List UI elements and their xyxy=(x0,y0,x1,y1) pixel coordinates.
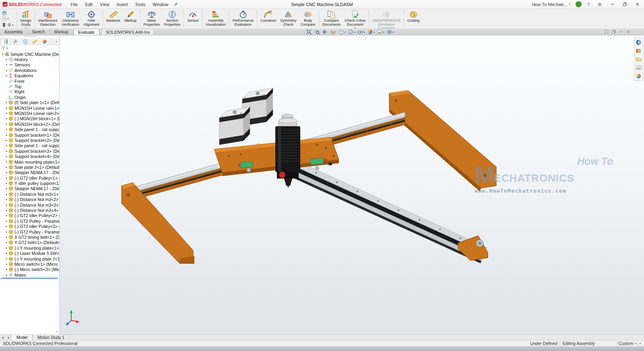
previous-view-button[interactable] xyxy=(321,29,329,35)
tool-curvature[interactable]: Curvature xyxy=(258,9,279,29)
tree-item[interactable]: ▸(-) Distance Nut m3<1> (Default<<I xyxy=(0,191,59,197)
tool-section-properties[interactable]: SectionProperties xyxy=(162,9,182,29)
expand-arrow-icon[interactable]: ▸ xyxy=(5,230,8,234)
expand-arrow-icon[interactable]: ▸ xyxy=(5,220,8,223)
tool-interference-detection[interactable]: InterferenceDetection xyxy=(36,9,60,29)
tab-sketch[interactable]: Sketch xyxy=(28,29,50,35)
expand-arrow-icon[interactable]: ▸ xyxy=(5,236,8,239)
expand-arrow-icon[interactable]: ▸ xyxy=(5,246,8,250)
tree-item[interactable]: ▸Support bracket<4> (Default<<Defa xyxy=(0,154,59,159)
tree-item[interactable]: ▸(-) Laser Module 5.5W<1> (Default< xyxy=(0,250,59,256)
menu-insert[interactable]: Insert xyxy=(113,2,132,7)
expand-arrow-icon[interactable]: ▸ xyxy=(5,209,8,212)
tab-evaluate[interactable]: Evaluate xyxy=(73,29,99,35)
tree-item[interactable]: ▸(-) Distance Nut m3<3> (Default<<I xyxy=(0,202,59,207)
expand-arrow-icon[interactable]: ▸ xyxy=(5,101,8,104)
expand-arrow-icon[interactable]: ▾ xyxy=(1,53,4,56)
expand-arrow-icon[interactable]: ▸ xyxy=(5,160,8,164)
doctab-model[interactable]: Model xyxy=(11,335,33,340)
tool-mass-properties[interactable]: MassProperties xyxy=(141,9,162,29)
expand-arrow-icon[interactable]: ▸ xyxy=(5,128,8,131)
collapse-up-icon[interactable]: ▾ xyxy=(640,342,641,345)
appearances-tab[interactable] xyxy=(635,73,642,79)
settings-button[interactable] xyxy=(7,23,12,27)
idler-pulley[interactable] xyxy=(247,168,251,172)
expand-arrow-icon[interactable]: ▸ xyxy=(5,257,8,261)
expand-arrow-icon[interactable]: ▸ xyxy=(5,263,8,266)
graphics-viewport[interactable]: How To MECHATRONICS www.HowToMechatronic… xyxy=(60,35,644,335)
tree-item[interactable]: ▸Side panel 1 - rail support<1> (Defa xyxy=(0,127,59,132)
tree-item[interactable]: ▸Micro switch<1> (Micro switch<<D xyxy=(0,261,59,267)
expand-arrow-icon[interactable]: ▸ xyxy=(5,58,8,61)
edit-appearance-button[interactable]: ▾ xyxy=(366,29,376,35)
left-side-plate[interactable] xyxy=(122,183,194,264)
caret-down-icon[interactable]: ▾ xyxy=(6,47,8,49)
tree-item[interactable]: ▸Y idler pulley support<1> (Default< xyxy=(0,181,59,186)
zoom-to-area-button[interactable] xyxy=(313,29,321,35)
filter-funnel-icon[interactable] xyxy=(1,46,6,50)
expand-arrow-icon[interactable]: ▸ xyxy=(5,203,8,207)
expand-arrow-icon[interactable]: ▸ xyxy=(5,171,8,174)
tool-design-study[interactable]: DesignStudy▾ xyxy=(18,9,33,29)
laser-module[interactable] xyxy=(275,114,300,188)
user-avatar[interactable] xyxy=(576,1,582,7)
tree-item[interactable]: ▸MGN15H block<2> (Default<<Defa xyxy=(0,121,59,127)
expand-arrow-icon[interactable]: ▸ xyxy=(5,117,8,120)
tree-item[interactable]: ▸(-) GT2 Idler Pulley<3> (Default<<D xyxy=(0,224,59,229)
tree-item[interactable]: ▸History xyxy=(0,57,59,62)
tree-item[interactable]: ▸Side plate 2<1> (Default<<Default> xyxy=(0,164,59,170)
micro-switch[interactable] xyxy=(328,162,332,165)
tree-item[interactable]: ▸(-) GT2 Idler Pulley<2> (Default<<D xyxy=(0,213,59,218)
expand-arrow-icon[interactable]: ▸ xyxy=(5,155,8,158)
3d-model[interactable] xyxy=(60,35,644,335)
options-gear-icon[interactable] xyxy=(595,1,604,8)
linear-carriage-block[interactable] xyxy=(240,161,253,168)
expand-arrow-icon[interactable]: ▸ xyxy=(5,182,8,185)
doctab-motion-study-1[interactable]: Motion Study 1 xyxy=(33,335,70,340)
tab-nav-right-icon[interactable] xyxy=(6,335,11,340)
hide-show-items-button[interactable]: ▾ xyxy=(357,29,366,35)
tree-item[interactable]: ▸X GT2 timing belt<1> (Default<<De xyxy=(0,234,59,240)
tool-clearance-verification[interactable]: ClearanceVerification xyxy=(60,9,81,29)
file-explorer-tab[interactable] xyxy=(635,56,642,62)
linear-carriage-block[interactable] xyxy=(310,158,324,165)
tree-item[interactable]: ▸Sensors xyxy=(0,62,59,68)
tree-item[interactable]: ▸(-) Micro switch<3> (Micro switch< xyxy=(0,267,59,272)
expand-arrow-icon[interactable]: ▸ xyxy=(5,133,8,137)
expand-arrow-icon[interactable]: ▸ xyxy=(5,225,8,228)
minimize-button[interactable] xyxy=(608,1,617,8)
tree-item[interactable]: ▸Support bracket<1> (Default<<Defa xyxy=(0,132,59,138)
tree-item[interactable]: ▸(-) Distance Nut m3<2> (Default<<I xyxy=(0,197,59,202)
stepper-motor-front[interactable] xyxy=(219,107,250,145)
tool-symmetry-check[interactable]: SymmetryCheck xyxy=(278,9,299,29)
dimxpertmanager-tab[interactable] xyxy=(30,38,39,45)
display-style-button[interactable]: ▾ xyxy=(347,29,356,35)
featuremanager-tab[interactable] xyxy=(1,38,10,45)
tree-item[interactable]: ▸(-) GT2 Pulley - Parametric<3> (GT2 xyxy=(0,229,59,234)
expand-arrow-icon[interactable]: ▸ xyxy=(5,198,8,201)
tree-item[interactable]: ▸(-) Y mounting plate 2<1> (Default< xyxy=(0,256,59,261)
search-commands-box[interactable]: How To Mechatr...▾ xyxy=(530,2,572,7)
zoom-to-fit-button[interactable] xyxy=(305,29,313,35)
close-button[interactable] xyxy=(633,1,642,8)
caret-down-icon[interactable]: ▾ xyxy=(7,17,9,20)
tree-item[interactable]: ▸Support bracket<3> (Default<<Defa xyxy=(0,148,59,154)
expand-arrow-icon[interactable]: ▸ xyxy=(5,241,8,244)
tree-item[interactable]: ▸(-) Y mounting plate<1> (Default<< xyxy=(0,245,59,250)
tab-solidworks-add-ins[interactable]: SOLIDWORKS Add-Ins xyxy=(101,29,155,35)
tool-assembly-visualization[interactable]: AssemblyVisualization xyxy=(204,9,228,29)
expand-arrow-icon[interactable]: ▸ xyxy=(5,144,8,147)
tool-measure[interactable]: Measure xyxy=(104,9,122,29)
tree-item[interactable]: ▸Y GT2 belt<1> (Default<<Default>_I xyxy=(0,240,59,245)
tool-hole-alignment[interactable]: HoleAlignment xyxy=(81,9,101,29)
panel-expand-chevron[interactable]: › xyxy=(56,329,58,333)
tree-item[interactable]: ▸MGN15H Linear rail<1> (Default<<D xyxy=(0,105,59,111)
tree-item[interactable]: ▸(f) Side plate 1<1> (Default<<Defau xyxy=(0,100,59,105)
menu-tools[interactable]: Tools xyxy=(131,2,149,7)
tool-costing[interactable]: Costing xyxy=(405,9,422,29)
viewport-expand-icon[interactable] xyxy=(605,30,609,34)
view-orientation-button[interactable]: ▾ xyxy=(337,29,347,35)
tab-nav-left-icon[interactable] xyxy=(0,335,6,340)
section-view-button[interactable] xyxy=(329,29,337,35)
tool-compare-documents[interactable]: CompareDocuments xyxy=(320,9,343,29)
